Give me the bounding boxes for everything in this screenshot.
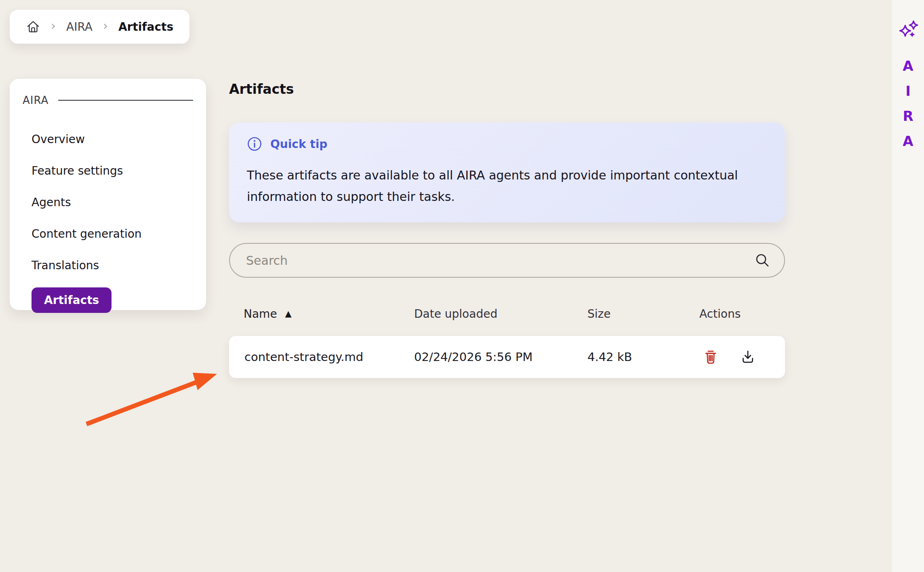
cell-file-name: content-strategy.md	[229, 350, 414, 364]
quick-tip-body: These artifacts are available to all AIR…	[247, 165, 760, 207]
cell-size: 4.42 kB	[587, 350, 699, 364]
cell-actions	[699, 349, 785, 365]
sidebar-item-label: Agents	[32, 196, 71, 209]
sidebar-group-header: AIRA	[23, 94, 193, 106]
sidebar-item-label: Content generation	[32, 227, 142, 241]
right-rail: A I R A	[892, 0, 924, 572]
rail-letter: R	[903, 108, 913, 124]
column-header-date-uploaded: Date uploaded	[414, 307, 587, 321]
divider	[58, 100, 193, 101]
sidebar-item-content-generation[interactable]: Content generation	[32, 218, 193, 249]
sidebar: AIRA Overview Feature settings Agents Co…	[10, 79, 206, 310]
breadcrumb: › AIRA › Artifacts	[10, 10, 189, 44]
cell-date-uploaded: 02/24/2026 5:56 PM	[414, 350, 587, 364]
home-icon[interactable]	[26, 19, 40, 34]
quick-tip-callout: Quick tip These artifacts are available …	[229, 122, 785, 222]
page-title: Artifacts	[229, 81, 294, 97]
sparkles-icon[interactable]	[898, 19, 919, 40]
download-icon[interactable]	[740, 349, 756, 365]
rail-letter: I	[905, 83, 911, 99]
search-icon[interactable]	[754, 252, 770, 268]
column-header-name[interactable]: Name ▲	[229, 307, 414, 321]
rail-letter: A	[903, 133, 913, 149]
sidebar-item-translations[interactable]: Translations	[32, 249, 193, 281]
sidebar-item-label: Artifacts	[44, 293, 99, 307]
rail-letter: A	[903, 58, 913, 74]
delete-trash-icon[interactable]	[703, 349, 719, 365]
sidebar-item-feature-settings[interactable]: Feature settings	[32, 155, 193, 186]
sidebar-item-overview[interactable]: Overview	[32, 123, 193, 155]
sidebar-item-label: Translations	[32, 259, 99, 272]
main-content: Artifacts Quick tip These artifacts are …	[229, 0, 785, 572]
column-header-actions: Actions	[699, 307, 785, 321]
sidebar-item-label: Overview	[32, 133, 85, 146]
breadcrumb-separator-icon: ›	[51, 20, 56, 34]
annotation-arrow-shaft	[86, 382, 198, 424]
sort-ascending-icon: ▲	[285, 309, 292, 319]
column-header-size: Size	[587, 307, 699, 321]
breadcrumb-item-artifacts: Artifacts	[118, 20, 173, 34]
breadcrumb-separator-icon: ›	[103, 20, 108, 34]
breadcrumb-item-aira[interactable]: AIRA	[66, 20, 93, 34]
quick-tip-title: Quick tip	[270, 137, 327, 151]
column-header-label: Name	[244, 307, 277, 321]
table-header-row: Name ▲ Date uploaded Size Actions	[229, 304, 785, 323]
sidebar-item-artifacts-active[interactable]: Artifacts	[32, 287, 112, 313]
sidebar-group-label: AIRA	[23, 94, 48, 106]
search-input[interactable]	[246, 253, 754, 268]
sidebar-item-label: Feature settings	[32, 164, 123, 177]
sidebar-item-agents[interactable]: Agents	[32, 186, 193, 218]
annotation-arrow-head	[193, 373, 217, 390]
table-row: content-strategy.md 02/24/2026 5:56 PM 4…	[229, 336, 785, 378]
search-bar	[229, 243, 785, 278]
rail-vertical-brand: A I R A	[892, 58, 924, 149]
info-icon	[247, 136, 262, 152]
